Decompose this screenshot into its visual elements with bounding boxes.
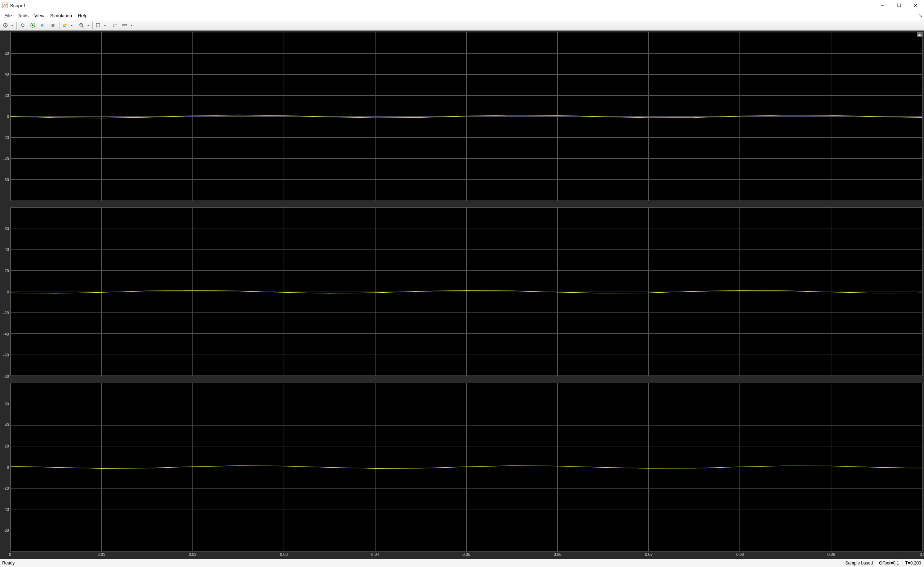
plot-2-yaxis: -80-60-40-200204060 [2, 207, 10, 376]
restart-button[interactable] [18, 21, 27, 30]
plot-2-row: -80-60-40-200204060 [2, 207, 922, 376]
menubar: File Tools View Simulation Help ↘ [0, 11, 924, 20]
svg-rect-15 [44, 24, 44, 27]
svg-point-25 [113, 26, 114, 27]
stop-button[interactable] [48, 21, 58, 30]
status-ready: Ready [0, 561, 842, 566]
close-button[interactable] [907, 0, 924, 11]
autoscale-button[interactable] [94, 21, 107, 30]
tearoff-icon[interactable]: ↘ [918, 13, 922, 18]
plot-2[interactable] [10, 207, 922, 376]
menu-simulation[interactable]: Simulation [47, 12, 75, 19]
status-time: T=0.200 [902, 559, 924, 567]
svg-marker-24 [116, 23, 117, 25]
svg-rect-17 [63, 24, 67, 25]
app-icon [2, 3, 8, 8]
status-sample: Sample based [842, 559, 876, 567]
minimize-button[interactable] [874, 0, 891, 11]
svg-marker-13 [32, 24, 34, 26]
status-offset: Offset=0.1 [876, 559, 901, 567]
plot-3-row: -60-40-200204060 [2, 382, 922, 552]
svg-marker-14 [41, 24, 43, 27]
scope-area: -60-40-200204060 -80-60-40-200204060 -60… [0, 31, 924, 559]
titlebar: Scope1 [0, 0, 924, 11]
plot-3[interactable] [10, 382, 922, 552]
svg-rect-18 [63, 26, 66, 27]
maximize-button[interactable] [891, 0, 907, 11]
plot-1-row: -60-40-200204060 [2, 32, 922, 201]
config-button[interactable] [2, 21, 15, 30]
zoom-button[interactable] [77, 21, 91, 30]
menu-file[interactable]: File [2, 12, 15, 19]
statusbar: Ready Sample based Offset=0.1 T=0.200 [0, 559, 924, 567]
cursor-measure-button[interactable] [111, 21, 120, 30]
run-button[interactable] [28, 21, 38, 30]
toolbar [0, 20, 924, 31]
plot-1-yaxis: -60-40-200204060 [2, 32, 10, 201]
svg-rect-2 [898, 4, 901, 7]
svg-marker-11 [21, 25, 22, 26]
menu-tools[interactable]: Tools [15, 12, 32, 19]
svg-line-20 [82, 26, 84, 27]
plot-3-yaxis: -60-40-200204060 [2, 382, 10, 552]
svg-marker-32 [918, 33, 921, 36]
expand-axes-icon[interactable] [917, 32, 922, 37]
shared-xaxis: 00.010.020.030.040.050.060.070.080.090.1 [10, 552, 922, 558]
measurements-button[interactable] [121, 21, 134, 30]
svg-rect-16 [51, 24, 54, 27]
window-title: Scope1 [10, 3, 26, 8]
menu-help[interactable]: Help [75, 12, 90, 19]
menu-view[interactable]: View [32, 12, 47, 19]
plot-1[interactable] [10, 32, 922, 201]
step-forward-button[interactable] [38, 21, 48, 30]
svg-point-6 [5, 24, 6, 26]
highlight-button[interactable] [61, 21, 74, 30]
